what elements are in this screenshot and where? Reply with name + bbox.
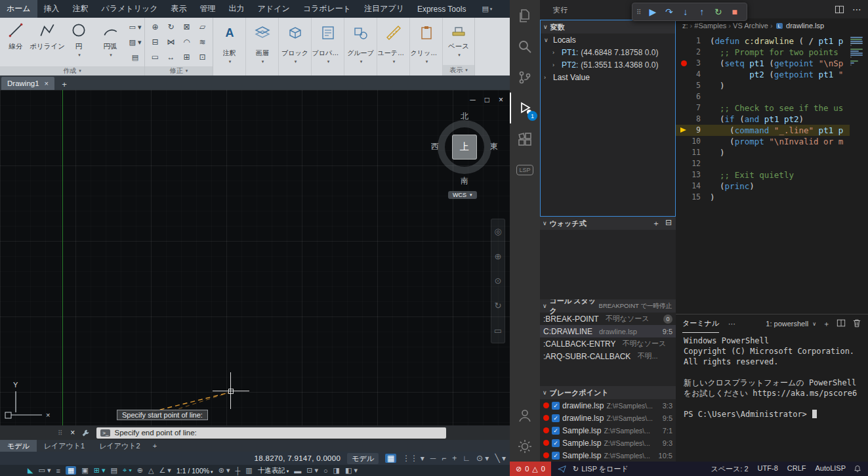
panel-label-modify[interactable]: 修正▾ [145, 66, 213, 76]
lsp-file-icon[interactable]: LSP [510, 154, 540, 185]
stack-frame[interactable]: C:DRAWLINEdrawline.lsp9:5 [540, 325, 676, 337]
breakpoint-dot[interactable] [681, 60, 687, 66]
watch-header[interactable]: ∨ウォッチ式 ＋⊟ [540, 217, 676, 230]
polar-tracking-icon[interactable]: ⌐ [442, 454, 446, 463]
viewcube-east[interactable]: 東 [490, 141, 498, 152]
close-tab-icon[interactable]: × [45, 79, 49, 87]
region-tool-icon[interactable]: ▤ [127, 51, 143, 64]
breakpoint-checkbox[interactable]: ✓ [552, 452, 560, 460]
scope-Last Value[interactable]: ›Last Value [541, 71, 675, 83]
menu-tab-出力[interactable]: 出力 [222, 0, 251, 18]
layout-tab-モデル[interactable]: モデル [0, 440, 37, 452]
autoscale-icon[interactable]: ∠ ▾ [159, 466, 171, 475]
annotation-scale-icon[interactable]: ⊛ ▾ [218, 466, 230, 475]
code-line-5[interactable]: 5 ) [676, 80, 850, 91]
panel-label-view[interactable]: 表示▾ [443, 65, 474, 76]
otrack-icon[interactable]: ⌖ ▾ [123, 466, 132, 475]
step-into-button[interactable]: ↓ [677, 7, 693, 17]
new-drawing-tab-button[interactable]: + [58, 78, 70, 90]
copy-icon[interactable]: ⊟ [148, 35, 163, 49]
clean-screen-icon[interactable]: ○ [323, 467, 328, 475]
scale-icon[interactable]: ↔ [163, 50, 178, 64]
notifications-icon[interactable] [854, 465, 861, 473]
run-debug-icon[interactable]: 1 [510, 93, 540, 123]
snap-mode-icon[interactable]: ⋮⋮ ▾ [402, 454, 424, 463]
step-out-button[interactable]: ↑ [693, 7, 710, 17]
code-line-1[interactable]: 1(defun c:drawline ( / pt1 p [676, 35, 850, 47]
breakpoint-row[interactable]: ✓drawline.lspZ:\#Samples\...9:5 [540, 412, 676, 424]
breakpoint-row[interactable]: ✓drawline.lspZ:\#Samples\...3:3 [540, 399, 676, 412]
menu-tab-注目アプリ[interactable]: 注目アプリ [358, 0, 411, 18]
code-line-12[interactable]: 12 [676, 158, 850, 169]
viewcube-north[interactable]: 北 [430, 111, 499, 122]
isometric-icon[interactable]: ▤ [110, 466, 117, 475]
customization-icon[interactable]: ◧ ▾ [345, 466, 358, 475]
menu-tab-コラボレート[interactable]: コラボレート [297, 0, 358, 18]
layout-tab-レイアウト1[interactable]: レイアウト1 [37, 440, 92, 452]
debug-toolbar-grip[interactable]: ⠿ [636, 9, 641, 16]
breakpoint-row[interactable]: ✓Sample.lspZ:\#Samples\...10:5 [540, 449, 676, 462]
close-icon[interactable]: × [499, 95, 503, 104]
split-terminal-icon[interactable] [837, 318, 846, 329]
layout-tab-レイアウト2[interactable]: レイアウト2 [92, 440, 147, 452]
stack-frame[interactable]: :BREAK-POINT不明なソース0 [540, 313, 676, 325]
stretch-icon[interactable]: ▭ [148, 50, 163, 64]
code-line-4[interactable]: 4 pt2 (getpoint pt1 " [676, 69, 850, 80]
status-item-3[interactable]: AutoLISP [816, 464, 846, 474]
offset-icon[interactable]: ⊡ [195, 50, 210, 64]
menu-tab-表示[interactable]: 表示 [165, 0, 194, 18]
explode-icon[interactable]: ≋ [195, 35, 210, 49]
ortho-icon[interactable]: ─ [430, 454, 436, 463]
command-line-grip[interactable]: ⠿ [58, 429, 62, 437]
shell-selector[interactable]: 1: powershell∨ [766, 320, 816, 328]
menu-tab-アドイン[interactable]: アドイン [251, 0, 297, 18]
minimize-icon[interactable]: ─ [470, 95, 476, 104]
callstack-header[interactable]: ∨コール スタック BREAKPOINT で一時停止 [540, 299, 676, 313]
new-layout-button[interactable]: + [148, 442, 162, 450]
trim-icon[interactable]: ⊠ [179, 20, 194, 34]
menu-tab-パラメトリック[interactable]: パラメトリック [95, 0, 165, 18]
menu-tab-注釈[interactable]: 注釈 [66, 0, 95, 18]
groups-panel[interactable]: グループ▾ [344, 18, 377, 76]
stack-frame[interactable]: :ARQ-SUBR-CALLBACK不明... [540, 350, 676, 362]
rectangle-tool-icon[interactable]: ▭ ▾ [127, 20, 143, 33]
menu-tab-Express Tools[interactable]: Express Tools [411, 0, 472, 18]
problems-status[interactable]: ⊘0 △0 [510, 462, 551, 476]
explorer-icon[interactable] [510, 0, 540, 31]
code-line-15[interactable]: 15) [676, 192, 850, 203]
kill-terminal-icon[interactable] [852, 318, 861, 329]
code-line-7[interactable]: 7 ;; Check to see if the us [676, 102, 850, 114]
breakpoint-row[interactable]: ✓Sample.lspZ:\#Samples\...7:1 [540, 424, 676, 437]
panel-label-create[interactable]: 作成▾ [0, 66, 144, 76]
code-area[interactable]: 1(defun c:drawline ( / pt1 p2 ;; Prompt … [676, 35, 850, 203]
continue-button[interactable]: ▶ [644, 7, 661, 17]
code-line-6[interactable]: 6 [676, 91, 850, 102]
viewcube-south[interactable]: 南 [430, 175, 499, 186]
source-control-icon[interactable] [510, 62, 540, 93]
rotate-icon[interactable]: ↻ [163, 20, 178, 34]
new-terminal-icon[interactable]: ＋ [823, 319, 830, 329]
mirror-icon[interactable]: ⋈ [163, 35, 178, 49]
step-over-button[interactable]: ↷ [661, 7, 677, 17]
drawing-tab[interactable]: Drawing1 × [1, 77, 54, 90]
status-item-0[interactable]: スペース: 2 [711, 464, 749, 474]
polyline-tool[interactable]: ポリライン [31, 18, 63, 66]
launch-icon[interactable] [558, 465, 566, 473]
settings-gear-icon[interactable] [510, 431, 540, 462]
fillet-icon[interactable]: ◠ [179, 35, 194, 49]
breadcrumb-item[interactable]: VS Archive [733, 22, 768, 30]
code-line-11[interactable]: 11 ) [676, 147, 850, 158]
menu-tab-挿入[interactable]: 挿入 [37, 0, 66, 18]
drawing-canvas[interactable]: ─ □ × 北 南 西 東 上 WCS▾ ◎⊕⊙↻▭ Specify start… [0, 90, 510, 425]
erase-icon[interactable]: ▱ [195, 20, 210, 34]
variable-row[interactable]: ›PT1:(44.6848 7.18758 0.0) [541, 46, 675, 58]
object-snap-icon[interactable]: + [452, 454, 457, 463]
code-line-2[interactable]: 2 ;; Prompt for two points [676, 47, 850, 58]
account-icon[interactable] [510, 400, 540, 431]
osnap-icon[interactable]: ⊕ [137, 466, 143, 475]
inference-icon[interactable]: ◣ [28, 466, 33, 475]
search-icon[interactable] [510, 31, 540, 62]
code-line-9[interactable]: 9 (command "_.line" pt1 p [676, 125, 850, 136]
status-item-2[interactable]: CRLF [787, 464, 806, 474]
base-tool[interactable]: ベース ▾ [443, 18, 474, 65]
